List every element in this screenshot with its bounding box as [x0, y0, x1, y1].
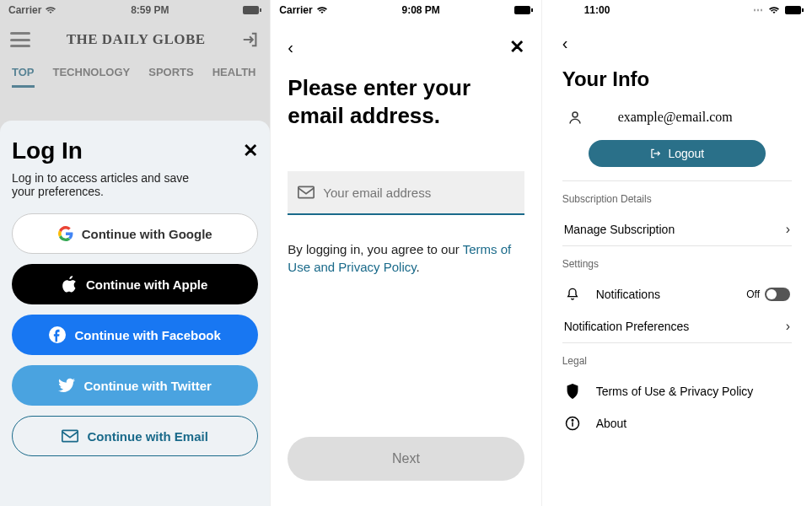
- svg-point-12: [572, 420, 573, 422]
- email-field[interactable]: [288, 171, 524, 215]
- status-bar: Carrier 9:08 PM: [271, 0, 540, 20]
- bell-icon: [564, 287, 581, 302]
- svg-rect-6: [298, 186, 314, 197]
- battery-icon: [785, 6, 804, 14]
- button-label: Continue with Google: [82, 227, 212, 241]
- apple-icon: [62, 276, 78, 293]
- user-email-row: example@email.com: [562, 103, 792, 132]
- next-button[interactable]: Next: [288, 437, 524, 481]
- legal-text: By logging in, you agree to our Terms of…: [288, 240, 524, 276]
- email-icon: [62, 429, 78, 443]
- svg-rect-8: [802, 8, 804, 12]
- notification-preferences-row[interactable]: Notification Preferences ›: [562, 310, 792, 342]
- button-label: Continue with Twitter: [83, 379, 211, 393]
- logout-icon: [649, 148, 661, 159]
- button-label: Logout: [668, 147, 704, 160]
- twitter-icon: [58, 378, 75, 393]
- battery-icon: [514, 6, 533, 14]
- divider: [562, 180, 792, 181]
- close-icon[interactable]: ✕: [509, 36, 524, 58]
- section-legal: Legal: [562, 355, 792, 367]
- shield-icon: [564, 384, 581, 399]
- screen-your-info: 11:00 ⋯ ‹ Your Info example@email.com Lo…: [542, 0, 812, 506]
- user-email: example@email.com: [618, 110, 733, 125]
- svg-rect-5: [531, 8, 533, 12]
- row-label: Notification Preferences: [564, 320, 690, 333]
- toggle-state: Off: [746, 288, 760, 300]
- email-input[interactable]: [323, 186, 514, 200]
- svg-rect-7: [785, 6, 801, 14]
- continue-apple-button[interactable]: Continue with Apple: [12, 264, 258, 304]
- continue-twitter-button[interactable]: Continue with Twitter: [12, 365, 258, 406]
- divider: [562, 342, 792, 343]
- continue-google-button[interactable]: Continue with Google: [12, 213, 258, 254]
- logout-button[interactable]: Logout: [589, 140, 766, 167]
- email-icon: [298, 186, 315, 199]
- signal-icon: ⋯: [753, 4, 763, 16]
- continue-facebook-button[interactable]: Continue with Facebook: [12, 315, 258, 355]
- info-icon: [564, 416, 581, 431]
- notifications-toggle[interactable]: [765, 288, 790, 301]
- row-label: Manage Subscription: [564, 223, 675, 236]
- facebook-icon: [49, 326, 66, 343]
- svg-rect-3: [62, 430, 78, 441]
- about-row[interactable]: About: [562, 407, 792, 439]
- button-label: Continue with Facebook: [74, 328, 220, 342]
- manage-subscription-row[interactable]: Manage Subscription ›: [562, 213, 792, 245]
- page-title: Please enter your email address.: [288, 74, 524, 129]
- section-subscription: Subscription Details: [562, 193, 792, 205]
- sheet-title: Log In: [12, 137, 83, 164]
- back-icon[interactable]: ‹: [288, 38, 293, 57]
- clock: 9:08 PM: [401, 4, 439, 16]
- carrier-label: Carrier: [279, 4, 312, 16]
- status-bar: 11:00 ⋯: [542, 0, 812, 20]
- close-icon[interactable]: ✕: [243, 140, 258, 162]
- divider: [562, 245, 792, 246]
- wifi-icon: [316, 6, 328, 14]
- legal-prefix: By logging in, you agree to our: [288, 242, 462, 256]
- screen-email-entry: Carrier 9:08 PM ‹ ✕ Please enter your em…: [271, 0, 541, 506]
- chevron-right-icon: ›: [786, 319, 790, 334]
- terms-row[interactable]: Terms of Use & Privacy Policy: [562, 375, 792, 407]
- google-icon: [58, 226, 73, 241]
- sheet-description: Log in to access articles and save your …: [12, 171, 206, 198]
- button-label: Continue with Apple: [86, 277, 207, 292]
- row-label: About: [596, 417, 627, 430]
- notifications-row: Notifications Off: [562, 278, 792, 310]
- chevron-right-icon: ›: [786, 222, 790, 237]
- row-label: Notifications: [596, 288, 660, 301]
- continue-email-button[interactable]: Continue with Email: [12, 416, 258, 456]
- clock: 11:00: [584, 4, 610, 16]
- back-icon[interactable]: ‹: [562, 34, 568, 53]
- page-title: Your Info: [562, 67, 792, 91]
- person-icon: [567, 110, 584, 125]
- svg-rect-4: [514, 6, 530, 14]
- svg-point-9: [573, 112, 578, 117]
- login-sheet: Log In ✕ Log in to access articles and s…: [0, 121, 270, 506]
- button-label: Continue with Email: [87, 429, 207, 444]
- screen-login-sheet: Carrier 8:59 PM THE DAILY GLOBE TOP TECH…: [0, 0, 271, 506]
- wifi-icon: [768, 6, 780, 14]
- row-label: Terms of Use & Privacy Policy: [596, 385, 754, 398]
- section-settings: Settings: [562, 258, 792, 270]
